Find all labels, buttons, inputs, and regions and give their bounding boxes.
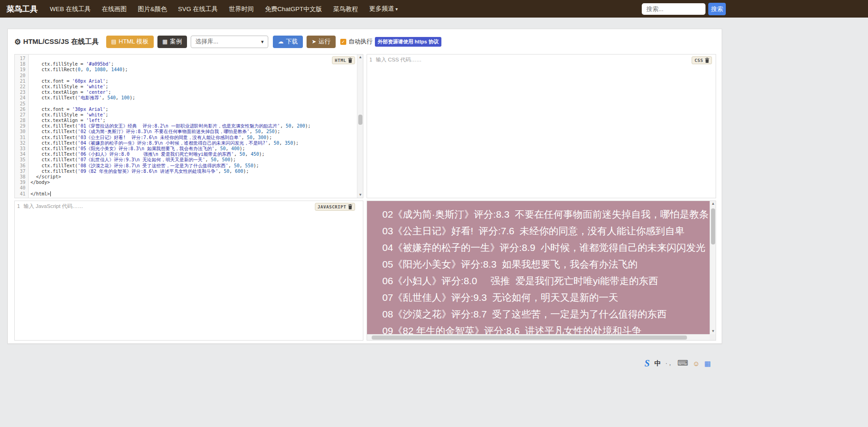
line-number: 22	[15, 84, 28, 90]
code-line[interactable]	[30, 73, 356, 79]
page-title: ⚙ HTML/CSS/JS 在线工具	[14, 37, 99, 46]
scroll-down-icon[interactable]: ▼	[357, 192, 363, 198]
chevron-down-icon: ▾	[396, 6, 398, 12]
html-editor-panel: HTML 17181920212223242526272829303132333…	[14, 54, 363, 198]
line-number: 18	[15, 61, 28, 67]
code-line[interactable]: </body>	[30, 180, 356, 185]
page-background: 菜鸟工具 WEB 在线工具在线画图图片&颜色SVG 在线工具世界时间免费Chat…	[0, 0, 868, 427]
line-number: 20	[15, 73, 28, 79]
line-number: 35	[15, 157, 28, 163]
code-line[interactable]: ctx.fillText('01《穿普拉达的女王》经典 评分:8.2\n 一部职…	[30, 123, 356, 129]
code-line[interactable]: ctx.fillStyle = 'white';	[30, 112, 356, 118]
download-label: 下载	[286, 37, 298, 46]
auto-run-checkbox[interactable]: ✓	[340, 39, 346, 45]
line-number: 25	[15, 101, 28, 107]
css-editor-empty-line[interactable]: 1 输入 CSS 代码……	[367, 55, 716, 63]
code-line[interactable]	[30, 185, 356, 191]
code-line[interactable]: ctx.fillStyle = 'white';	[30, 84, 356, 90]
toolbox-grid-icon[interactable]: ▦	[705, 360, 711, 367]
text-cursor	[50, 191, 51, 196]
scroll-down-icon[interactable]: ▼	[710, 329, 716, 334]
nav-more-label: 更多频道	[369, 5, 394, 12]
html-editor-vscrollbar[interactable]: ▲ ▼	[357, 55, 363, 198]
code-line[interactable]: </html>	[30, 191, 356, 197]
js-editor-empty-line[interactable]: 1 输入 JavaScript 代码……	[15, 201, 363, 210]
preview-vscrollbar[interactable]: ▲ ▼	[710, 201, 716, 334]
preview-text-row: 03《公主日记》好看! 评分:7.6 未经你的同意，没有人能让你感到自卑	[382, 223, 710, 239]
search-button[interactable]: 搜索	[708, 3, 726, 15]
code-line[interactable]	[30, 56, 356, 61]
auto-run-label: 自动执行	[349, 37, 373, 46]
html-code-area[interactable]: ctx.fillStyle = '#a095bd'; ctx.fillRect(…	[30, 55, 356, 198]
punctuation-mode-icon[interactable]: ·，	[665, 360, 673, 366]
code-line[interactable]: ctx.fillText('03《公主日记》好看! 评分:7.6\n 未经你的同…	[30, 135, 356, 140]
code-line[interactable]: ctx.textAlign = 'center';	[30, 90, 356, 95]
css-panel-badge: CSS	[692, 56, 712, 64]
code-line[interactable]: ctx.fillText('06《小妇人》评分:8.0 强推\n 爱是我们死亡时…	[30, 152, 356, 157]
code-line[interactable]: ctx.fillText('02《成为简·奥斯汀》评分:8.3\n 不要在任何事…	[30, 129, 356, 134]
js-editor-panel[interactable]: JAVASCRIPT 1 输入 JavaScript 代码……	[14, 201, 363, 341]
line-number: 29	[15, 123, 28, 129]
code-line[interactable]: ctx.textAlign = 'left';	[30, 118, 356, 123]
css-editor-panel[interactable]: CSS 1 输入 CSS 代码……	[367, 54, 716, 198]
editor-card: ⚙ HTML/CSS/JS 在线工具 ▤ HTML 模板 ▦ 案例 选择库...…	[7, 29, 722, 344]
https-notice-badge: 外部资源请使用 https 协议	[375, 37, 441, 47]
line-number: 39	[15, 180, 28, 185]
code-line[interactable]: ctx.fillText('电影推荐', 540, 100);	[30, 95, 356, 101]
code-line[interactable]: </script>	[30, 174, 356, 180]
preview-vscroll-thumb[interactable]	[711, 208, 715, 244]
run-button[interactable]: ➤ 运行	[307, 36, 336, 48]
nav-item[interactable]: 免费ChatGPT中文版	[265, 6, 322, 12]
nav-item-more-channels[interactable]: 更多频道▾	[369, 5, 398, 13]
code-line[interactable]: ctx.fillStyle = '#a095bd';	[30, 61, 356, 67]
clear-css-icon[interactable]	[705, 58, 709, 63]
html-line-numbers: 1718192021222324252627282930313233343536…	[15, 55, 29, 198]
examples-button[interactable]: ▦ 案例	[157, 36, 187, 48]
code-line[interactable]: ctx.fillRect(0, 0, 1080, 1440);	[30, 67, 356, 73]
nav-item[interactable]: SVG 在线工具	[178, 6, 218, 12]
auto-run-toggle[interactable]: ✓ 自动执行	[340, 37, 375, 46]
line-number: 24	[15, 95, 28, 101]
scroll-up-icon[interactable]: ▲	[357, 55, 363, 60]
sogou-logo-icon[interactable]: S	[645, 359, 650, 368]
preview-canvas-output: 02《成为简·奥斯汀》评分:8.3 不要在任何事物面前迷失掉自我，哪怕是教条03…	[367, 201, 710, 334]
preview-text-row: 08《沙漠之花》评分:8.7 受了这些苦，一定是为了什么值得的东西	[382, 306, 710, 323]
download-button[interactable]: ☁ 下载	[273, 36, 303, 48]
preview-hscrollbar[interactable]	[367, 334, 710, 340]
preview-text-row: 09《82 年生的金智英》评分:8.6 讲述平凡女性的处境和斗争	[382, 323, 710, 334]
html-vscroll-thumb[interactable]	[358, 115, 362, 125]
clear-js-icon[interactable]	[348, 204, 352, 209]
nav-item[interactable]: 图片&颜色	[138, 6, 167, 12]
emoji-picker-icon[interactable]: ☺	[693, 360, 699, 367]
library-select[interactable]: 选择库... ▾	[191, 36, 268, 48]
line-number: 34	[15, 152, 28, 157]
line-number: 38	[15, 174, 28, 180]
line-number: 28	[15, 118, 28, 123]
line-number: 30	[15, 129, 28, 134]
site-logo[interactable]: 菜鸟工具	[6, 4, 38, 14]
code-line[interactable]: ctx.font = '30px Arial';	[30, 107, 356, 112]
code-line[interactable]: ctx.fillText('09《82 年生的金智英》评分:8.6\n 讲述平凡…	[30, 169, 356, 174]
scrollbar-corner	[710, 334, 716, 340]
nav-item[interactable]: 菜鸟教程	[333, 6, 358, 12]
code-line[interactable]: ctx.fillText('07《乱世佳人》评分:9.3\n 无论如何，明天又是…	[30, 157, 356, 163]
css-panel-label: CSS	[694, 58, 703, 63]
template-file-icon: ▤	[111, 38, 116, 45]
code-line[interactable]: ctx.fillText('04《被嫌弃的松子的一生》评分:8.9\n 小时候，…	[30, 140, 356, 146]
nav-item[interactable]: 世界时间	[229, 6, 254, 12]
preview-hscroll-thumb[interactable]	[372, 336, 687, 340]
clear-html-icon[interactable]	[348, 58, 352, 63]
scroll-up-icon[interactable]: ▲	[710, 201, 716, 207]
soft-keyboard-icon[interactable]: ⌨	[677, 360, 688, 367]
code-line[interactable]: ctx.fillText('08《沙漠之花》评分:8.7\n 受了这些苦，一定是…	[30, 163, 356, 169]
html-template-label: HTML 模板	[119, 37, 149, 46]
search-input[interactable]	[642, 3, 705, 15]
nav-item[interactable]: 在线画图	[102, 6, 127, 12]
html-template-button[interactable]: ▤ HTML 模板	[106, 36, 154, 48]
code-line[interactable]: ctx.fillText('05《阳光小美女》评分:8.3\n 如果我想要飞，我…	[30, 146, 356, 152]
input-mode-chinese-icon[interactable]: 中	[654, 360, 661, 366]
code-line[interactable]: ctx.font = '60px Arial';	[30, 79, 356, 84]
code-line[interactable]	[30, 101, 356, 107]
js-placeholder: 输入 JavaScript 代码……	[24, 203, 83, 210]
nav-item[interactable]: WEB 在线工具	[50, 6, 91, 12]
